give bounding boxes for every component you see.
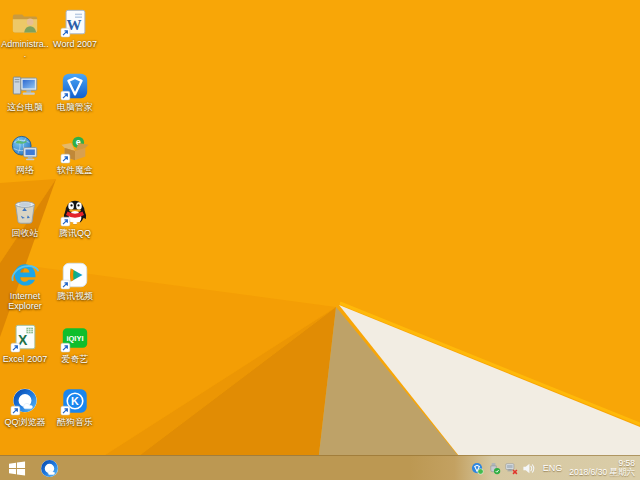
shortcut-arrow-overlay xyxy=(61,343,70,352)
desktop-icon-internet-explorer[interactable]: Internet Explorer xyxy=(1,260,49,311)
desktop-icon-label: 回收站 xyxy=(1,228,49,238)
desktop-icon-label: 腾讯QQ xyxy=(51,228,99,238)
start-button[interactable] xyxy=(0,456,34,480)
qq-browser-icon xyxy=(39,458,60,479)
shield-check-icon xyxy=(60,71,90,101)
desktop: Administra... W Word 2007 这台电脑 xyxy=(0,0,640,480)
volume-icon[interactable] xyxy=(522,462,535,475)
taskbar: ENG 9:58 2018/6/30 星期六 xyxy=(0,455,640,480)
system-tray: ENG 9:58 2018/6/30 星期六 xyxy=(471,459,640,478)
desktop-icon-excel-2007[interactable]: X Excel 2007 xyxy=(1,323,49,364)
trash-bin-icon xyxy=(10,197,40,227)
computer-icon xyxy=(10,71,40,101)
desktop-icon-software-magic-box[interactable]: e 软件魔盒 xyxy=(51,134,99,175)
desktop-icon-label: 电脑管家 xyxy=(51,102,99,112)
ie-e-icon xyxy=(10,260,40,290)
clock-time: 9:58 xyxy=(618,458,635,468)
desktop-icon-label: Excel 2007 xyxy=(1,354,49,364)
desktop-icon-administrator-folder[interactable]: Administra... xyxy=(1,8,49,59)
desktop-icon-word-2007[interactable]: W Word 2007 xyxy=(51,8,99,49)
taskbar-clock[interactable]: 9:58 2018/6/30 星期六 xyxy=(569,459,635,478)
penguin-icon xyxy=(60,197,90,227)
shortcut-arrow-overlay xyxy=(61,28,70,37)
network-disconnected-icon[interactable] xyxy=(505,462,518,475)
desktop-icon-kugou-music[interactable]: K 酷狗音乐 xyxy=(51,386,99,427)
play-button-icon xyxy=(60,260,90,290)
iqiyi-icon: iQIYI xyxy=(60,323,90,353)
language-indicator[interactable]: ENG xyxy=(543,463,563,473)
desktop-icon-label: 这台电脑 xyxy=(1,102,49,112)
taskbar-pinned-qq-browser[interactable] xyxy=(34,456,64,480)
open-box-icon: e xyxy=(60,134,90,164)
desktop-icon-qq-browser[interactable]: QQ浏览器 xyxy=(1,386,49,427)
user-folder-icon xyxy=(10,8,40,38)
desktop-icon-tencent-qq[interactable]: 腾讯QQ xyxy=(51,197,99,238)
desktop-icon-label: 网络 xyxy=(1,165,49,175)
svg-text:iQIYI: iQIYI xyxy=(66,334,83,343)
kugou-k-icon: K xyxy=(60,386,90,416)
desktop-icon-label: 腾讯视频 xyxy=(51,291,99,301)
shortcut-arrow-overlay xyxy=(61,280,70,289)
safely-remove-hardware-icon[interactable] xyxy=(488,462,501,475)
desktop-icon-pc-manager[interactable]: 电脑管家 xyxy=(51,71,99,112)
desktop-icon-network[interactable]: 网络 xyxy=(1,134,49,175)
desktop-icon-label: QQ浏览器 xyxy=(1,417,49,427)
desktop-icon-this-pc[interactable]: 这台电脑 xyxy=(1,71,49,112)
pc-manager-tray-icon[interactable] xyxy=(471,462,484,475)
word-icon: W xyxy=(60,8,90,38)
shortcut-arrow-overlay xyxy=(11,343,20,352)
shortcut-arrow-overlay xyxy=(61,406,70,415)
desktop-icon-label: 爱奇艺 xyxy=(51,354,99,364)
desktop-icon-label: 酷狗音乐 xyxy=(51,417,99,427)
desktop-icon-label: Word 2007 xyxy=(51,39,99,49)
desktop-icon-label: 软件魔盒 xyxy=(51,165,99,175)
desktop-icon-iqiyi[interactable]: iQIYI 爱奇艺 xyxy=(51,323,99,364)
globe-monitor-icon xyxy=(10,134,40,164)
excel-icon: X xyxy=(10,323,40,353)
svg-text:K: K xyxy=(71,395,79,407)
shortcut-arrow-overlay xyxy=(61,154,70,163)
clock-date: 2018/6/30 星期六 xyxy=(569,467,635,477)
desktop-icon-label: Administra... xyxy=(1,39,49,59)
shortcut-arrow-overlay xyxy=(61,217,70,226)
desktop-icon-recycle-bin[interactable]: 回收站 xyxy=(1,197,49,238)
shortcut-arrow-overlay xyxy=(61,91,70,100)
windows-logo-icon xyxy=(9,461,26,476)
qq-browser-icon xyxy=(10,386,40,416)
shortcut-arrow-overlay xyxy=(11,406,20,415)
desktop-icon-label: Internet Explorer xyxy=(1,291,49,311)
desktop-icon-tencent-video[interactable]: 腾讯视频 xyxy=(51,260,99,301)
